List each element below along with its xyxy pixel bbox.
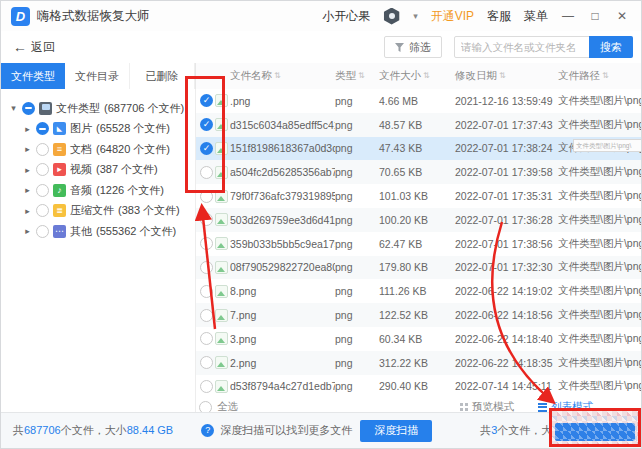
table-row[interactable]: 3.png png 60.34 KB 2022-06-22 14:18:40 文… — [196, 327, 641, 351]
checkbox-icon[interactable] — [200, 285, 213, 298]
category-icon — [53, 184, 66, 197]
filter-label: 筛选 — [409, 40, 431, 55]
expand-arrow-icon[interactable]: ▸ — [23, 226, 32, 236]
tree-item-count: (65528 个文件) — [96, 121, 170, 136]
open-vip-button[interactable]: 开通VIP — [431, 8, 474, 25]
image-file-icon — [215, 309, 228, 322]
checkbox-icon[interactable] — [36, 204, 49, 217]
support-button[interactable]: 客服 — [487, 8, 511, 25]
table-row[interactable]: 8.png png 111.26 KB 2022-06-22 14:19:02 … — [196, 279, 641, 303]
cell-type: png — [335, 261, 379, 273]
expand-arrow-icon[interactable]: ▸ — [23, 165, 32, 175]
tree-item-label: 音频 — [70, 183, 92, 198]
image-file-icon — [215, 94, 228, 107]
checkbox-icon[interactable] — [36, 225, 49, 238]
tree-item[interactable]: ▸ 音频 (1226 个文件) — [1, 180, 195, 201]
tree-item[interactable]: ▸ 其他 (555362 个文件) — [1, 221, 195, 242]
checkbox-icon[interactable] — [200, 309, 213, 322]
cell-type: png — [335, 190, 379, 202]
checkbox-icon[interactable] — [200, 118, 213, 131]
sort-icon: ⇅ — [274, 72, 281, 80]
tree-item-count: (387 个文件) — [96, 162, 158, 177]
checkbox-icon[interactable] — [36, 143, 49, 156]
titlebar: D 嗨格式数据恢复大师 小开心果 ▾ 开通VIP 客服 菜单 — □ ✕ — [1, 1, 641, 31]
cell-file-path: 文件类型\图片\png\ — [558, 118, 641, 132]
cell-type: png — [335, 214, 379, 226]
checkbox-icon[interactable] — [200, 356, 213, 369]
table-row[interactable]: 503d269759ee3d6d4185... png 100.20 KB 20… — [196, 208, 641, 232]
checkbox-icon[interactable] — [36, 122, 49, 135]
cell-file-size: 70.65 KB — [379, 166, 455, 178]
table-row[interactable]: 359b033b5bb5c9ea1756... png 62.47 KB 202… — [196, 232, 641, 256]
status-bar: 共687706个文件，大小88.44 GB ? 深度扫描可以找到更多文件 深度扫… — [1, 412, 641, 448]
tab-file-directory[interactable]: 文件目录 — [65, 63, 130, 89]
cell-file-path: 文件类型\图片\png\ — [558, 260, 641, 274]
checkbox-icon[interactable] — [36, 163, 49, 176]
expand-arrow-icon[interactable]: ▸ — [23, 144, 32, 154]
table-row[interactable]: 2.png png 312.22 KB 2022-06-22 14:18:35 … — [196, 351, 641, 375]
account-dropdown-icon[interactable]: ▾ — [413, 11, 418, 21]
filter-button[interactable]: 筛选 — [384, 36, 442, 58]
checkbox-icon[interactable] — [200, 94, 213, 107]
category-icon — [53, 225, 66, 238]
path-tooltip: 文件类型\图片\png\ — [573, 139, 642, 152]
back-button[interactable]: ← 返回 — [13, 39, 55, 56]
table-row[interactable]: 79f0f736afc3793198959... png 101.03 KB 2… — [196, 184, 641, 208]
cell-type: png — [335, 357, 379, 369]
checkbox-icon[interactable] — [22, 102, 35, 115]
tab-deleted[interactable]: 已删除 — [130, 63, 195, 89]
cell-file-size: 179.80 KB — [379, 261, 455, 273]
table-row[interactable]: d53f8794a4c27d1edb76... png 290.40 KB 20… — [196, 375, 641, 399]
search-input[interactable] — [455, 38, 589, 56]
cell-type: png — [335, 166, 379, 178]
header-file-path[interactable]: 文件路径⇅ — [558, 69, 641, 83]
checkbox-icon[interactable] — [200, 237, 213, 250]
image-file-icon — [215, 213, 228, 226]
expand-arrow-icon[interactable]: ▸ — [23, 124, 32, 134]
header-type[interactable]: 类型⇅ — [335, 69, 379, 83]
menu-button[interactable]: 菜单 — [524, 8, 548, 25]
maximize-button[interactable]: □ — [588, 9, 602, 23]
middle-header: 文件类型 文件目录 已删除 文件名称⇅ 类型⇅ 文件大小⇅ 修改日期⇅ 文件路径… — [1, 63, 641, 90]
tree-item[interactable]: ▸ 视频 (387 个文件) — [1, 160, 195, 181]
expand-arrow-icon[interactable]: ▸ — [23, 206, 32, 216]
list-icon — [538, 403, 547, 412]
checkbox-icon[interactable] — [200, 332, 213, 345]
avatar[interactable] — [383, 8, 400, 25]
tab-file-type[interactable]: 文件类型 — [1, 63, 65, 89]
header-file-name[interactable]: 文件名称⇅ — [230, 69, 335, 83]
cell-file-size: 111.26 KB — [379, 285, 455, 297]
checkbox-icon[interactable] — [200, 166, 213, 179]
header-file-size[interactable]: 文件大小⇅ — [379, 69, 455, 83]
table-row[interactable]: 7.png png 122.52 KB 2022-06-22 14:18:56 … — [196, 303, 641, 327]
table-row[interactable]: d315c6034a85edff5c41... png 48.57 KB 202… — [196, 113, 641, 137]
close-button[interactable]: ✕ — [615, 9, 629, 23]
cell-file-name: 08f790529822720ea809... — [230, 261, 335, 273]
header-modified-date[interactable]: 修改日期⇅ — [455, 69, 558, 83]
selected-files-summary: 共3个文件，大小 (4.76 — [480, 423, 591, 438]
deep-scan-button[interactable]: 深度扫描 — [360, 420, 432, 442]
checkbox-icon[interactable] — [200, 261, 213, 274]
cell-modified-date: 2022-07-01 17:36:28 — [455, 214, 558, 226]
expand-arrow-icon[interactable]: ▾ — [9, 103, 18, 113]
tree-item[interactable]: ▸ 压缩文件 (383 个文件) — [1, 201, 195, 222]
tree-item[interactable]: ▸ 文档 (64820 个文件) — [1, 139, 195, 160]
search-box: 搜索 — [454, 36, 633, 58]
expand-arrow-icon[interactable]: ▸ — [23, 185, 32, 195]
help-icon[interactable]: ? — [201, 424, 214, 437]
table-row[interactable]: a504fc2d56285356ab7... png 70.65 KB 2022… — [196, 160, 641, 184]
tree-item[interactable]: ▾ 文件类型 (687706 个文件) — [1, 98, 195, 119]
cell-file-name: 79f0f736afc3793198959... — [230, 190, 335, 202]
search-button[interactable]: 搜索 — [589, 36, 633, 58]
tree-item[interactable]: ▸ 图片 (65528 个文件) — [1, 119, 195, 140]
minimize-button[interactable]: — — [561, 9, 575, 23]
checkbox-icon[interactable] — [200, 190, 213, 203]
table-row[interactable]: .png png 4.66 MB 2021-12-16 13:59:49 文件类… — [196, 89, 641, 113]
table-row[interactable]: 08f790529822720ea809... png 179.80 KB 20… — [196, 256, 641, 280]
checkbox-icon[interactable] — [200, 142, 213, 155]
cell-file-name: 7.png — [230, 309, 335, 321]
checkbox-icon[interactable] — [36, 184, 49, 197]
checkbox-icon[interactable] — [200, 380, 213, 393]
checkbox-icon[interactable] — [200, 213, 213, 226]
cell-file-path: 文件类型\图片\png\ — [558, 284, 641, 298]
